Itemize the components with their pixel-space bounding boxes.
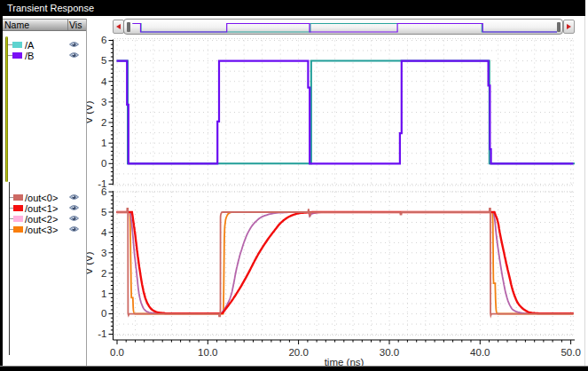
svg-text:40.0: 40.0 — [470, 347, 490, 358]
svg-text:3: 3 — [101, 248, 106, 258]
svg-text:50.0: 50.0 — [561, 347, 580, 358]
svg-text:2: 2 — [101, 268, 106, 279]
svg-text:1: 1 — [101, 288, 106, 299]
svg-text:5: 5 — [101, 55, 106, 66]
svg-text:-1: -1 — [98, 328, 106, 339]
svg-text:4: 4 — [101, 76, 107, 87]
svg-text:0.0: 0.0 — [110, 347, 124, 358]
svg-text:3: 3 — [101, 97, 106, 107]
svg-text:1: 1 — [101, 138, 106, 148]
svg-text:0: 0 — [101, 158, 106, 169]
svg-text:20.0: 20.0 — [288, 347, 308, 358]
svg-text:10.0: 10.0 — [198, 347, 217, 358]
svg-text:6: 6 — [101, 186, 106, 197]
svg-text:30.0: 30.0 — [380, 347, 399, 358]
svg-text:5: 5 — [101, 207, 106, 217]
svg-text:0: 0 — [101, 308, 106, 319]
svg-text:4: 4 — [101, 227, 107, 238]
svg-text:2: 2 — [101, 117, 106, 128]
